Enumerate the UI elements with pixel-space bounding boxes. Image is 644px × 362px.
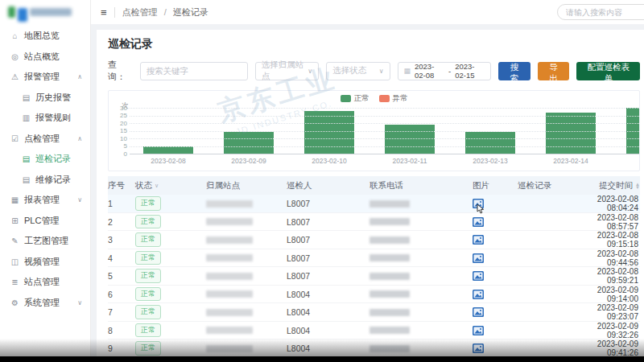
column-header-1[interactable]: 状态∨ [135, 180, 206, 191]
x-tick-label: 2023-02-09 [208, 157, 289, 165]
bar-2023-02-08[interactable] [143, 146, 193, 154]
cell-index: 2 [108, 217, 135, 227]
sidebar-item-11[interactable]: ◫视频管理 [0, 252, 90, 273]
cell-station [206, 218, 287, 225]
redacted-phone [369, 290, 410, 298]
sidebar-item-2[interactable]: ⚠报警管理∧ [0, 67, 90, 88]
legend-label: 异常 [393, 93, 408, 104]
image-thumbnail-icon[interactable] [473, 343, 518, 353]
menu-item-icon: ☑ [10, 134, 20, 143]
cell-phone [369, 309, 473, 316]
cell-image [473, 235, 518, 245]
bar-2023-02-14[interactable] [546, 113, 596, 154]
sidebar-item-13[interactable]: ⚙系统管理∨ [0, 293, 90, 314]
sidebar-item-10[interactable]: ✎工艺图管理 [0, 231, 90, 252]
sidebar-item-4[interactable]: ▥报警规则 [0, 108, 90, 129]
column-header-2: 归属站点 [206, 180, 287, 191]
image-thumbnail-icon[interactable] [473, 199, 518, 208]
menu-item-icon: ▤ [21, 93, 31, 102]
page-title: 巡检记录 [108, 37, 640, 51]
breadcrumb: 点检管理 / 巡检记录 [122, 6, 208, 19]
cell-station [206, 290, 287, 298]
legend-item[interactable]: 正常 [341, 93, 369, 104]
cell-image [473, 217, 518, 227]
column-header-7[interactable]: 提交时间▲▼ [588, 180, 640, 191]
sidebar-item-1[interactable]: ◎站点概览 [0, 47, 90, 68]
breadcrumb-section[interactable]: 点检管理 [122, 7, 158, 17]
cell-index: 1 [108, 199, 135, 208]
image-thumbnail-icon[interactable] [473, 217, 518, 227]
sidebar-item-0[interactable]: ⌂地图总览 [0, 26, 90, 47]
date-range-picker[interactable]: ▦ 2023-02-08 - 2023-02-15 [398, 62, 492, 80]
cell-submit-time: 2023-02-08 08:57:57 [588, 213, 640, 231]
sidebar-item-9[interactable]: ⊞PLC管理 [0, 211, 90, 232]
x-tick-label: 2023-02-14 [530, 157, 611, 165]
y-tick-label: 25 [115, 112, 127, 119]
image-thumbnail-icon[interactable] [473, 307, 518, 317]
cell-index: 3 [108, 235, 135, 245]
content-card: 巡检记录 查询： 选择归属站点 ∨ 选择状态 ∨ ▦ 2023-02-08 - … [97, 30, 644, 361]
image-thumbnail-icon[interactable] [473, 326, 518, 335]
app-logo [0, 0, 90, 24]
y-tick-label: 0 [115, 150, 127, 158]
menu-item-label: 维修记录 [35, 174, 71, 186]
sidebar-item-12[interactable]: ≣站点管理 [0, 272, 90, 293]
global-search-input[interactable] [557, 4, 644, 20]
menu-item-icon: ≣ [10, 278, 20, 286]
status-badge: 正常 [135, 251, 161, 265]
configure-inspection-form-button[interactable]: 配置巡检表单 [576, 62, 640, 80]
bar-2023-02-10[interactable] [304, 111, 354, 154]
sidebar-menu: ⌂地图总览◎站点概览⚠报警管理∧▤历史报警▥报警规则☑点检管理∧▤巡检记录▤维修… [0, 24, 90, 313]
status-select[interactable]: 选择状态 ∨ [326, 62, 390, 80]
sidebar: ⌂地图总览◎站点概览⚠报警管理∧▤历史报警▥报警规则☑点检管理∧▤巡检记录▤维修… [0, 0, 91, 356]
filter-caret-icon[interactable]: ∨ [155, 183, 159, 189]
table-row: 4正常L80072023-02-08 09:44:56 [108, 249, 640, 268]
y-tick-label: 20 [115, 120, 127, 127]
column-header-4: 联系电话 [369, 180, 473, 191]
y-tick-label: 15 [115, 127, 127, 134]
image-thumbnail-icon[interactable] [473, 235, 518, 245]
menu-item-icon: ⚠ [10, 72, 20, 81]
redacted-station [206, 309, 253, 316]
cell-image [473, 271, 518, 281]
collapse-sidebar-icon[interactable]: ≡ [101, 6, 107, 19]
export-button[interactable]: 导出 [538, 62, 570, 80]
sidebar-item-3[interactable]: ▤历史报警 [0, 88, 90, 109]
keyword-input[interactable] [140, 62, 248, 80]
image-thumbnail-icon[interactable] [473, 253, 518, 263]
column-header-label: 图片 [473, 180, 489, 191]
sort-icons[interactable]: ▲▼ [635, 183, 640, 189]
cell-phone [369, 345, 473, 352]
legend-item[interactable]: 异常 [379, 93, 408, 104]
gridline [130, 123, 639, 124]
cell-submit-time: 2023-02-09 09:23:07 [588, 303, 640, 321]
cell-inspector: L8007 [287, 217, 369, 227]
cell-inspector: L8004 [287, 307, 369, 317]
sidebar-item-7[interactable]: ▤维修记录 [0, 170, 90, 191]
station-select[interactable]: 选择归属站点 ∨ [255, 62, 319, 80]
column-header-label: 联系电话 [369, 180, 403, 191]
menu-item-icon: ⚙ [10, 298, 20, 307]
sidebar-item-6[interactable]: ▤巡检记录 [0, 149, 90, 170]
bar-2023-02-13[interactable] [465, 132, 515, 154]
cell-status: 正常 [135, 269, 206, 283]
cell-submit-time: 2023-02-08 08:04:24 [588, 195, 640, 212]
cell-image [473, 253, 518, 263]
status-badge: 正常 [135, 323, 161, 338]
cell-phone [369, 327, 473, 334]
cell-image [473, 343, 518, 353]
cell-phone [369, 254, 473, 261]
bar-2023-02-09[interactable] [224, 132, 274, 154]
image-thumbnail-icon[interactable] [473, 271, 518, 281]
search-button[interactable]: 搜索 [498, 62, 530, 80]
redacted-station [206, 218, 253, 225]
image-thumbnail-icon[interactable] [473, 290, 518, 299]
column-header-6: 巡检记录 [518, 180, 588, 191]
gridline [130, 146, 639, 147]
column-header-label: 状态 [135, 180, 152, 191]
sidebar-item-8[interactable]: ▦报表管理∨ [0, 190, 90, 211]
chevron-icon: ∧ [77, 135, 82, 142]
gridline [130, 116, 639, 117]
sidebar-item-5[interactable]: ☑点检管理∧ [0, 129, 90, 150]
redacted-phone [369, 345, 410, 352]
